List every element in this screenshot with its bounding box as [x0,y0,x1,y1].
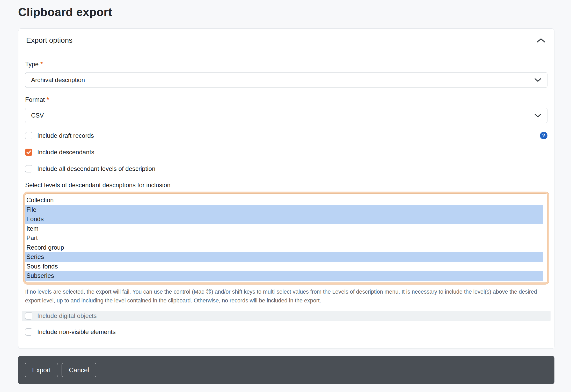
include-non-visible-checkbox[interactable] [25,328,32,336]
type-select-value: Archival description [31,76,85,84]
include-digital-objects-checkbox[interactable] [25,312,32,320]
include-descendants-checkbox[interactable] [25,149,32,156]
include-draft-records-row[interactable]: Include draft records ? [25,132,547,139]
required-asterisk: * [40,61,43,68]
panel-header: Export options [18,29,554,52]
level-option-file[interactable]: File [25,205,543,215]
include-all-levels-row[interactable]: Include all descendant levels of descrip… [25,165,547,172]
type-field-label: Type* [25,61,547,68]
type-select[interactable]: Archival description [25,72,547,88]
levels-multiselect[interactable]: Collection File Fonds Item Part Record g… [25,193,547,283]
format-field-label: Format* [25,96,547,103]
format-select[interactable]: CSV [25,108,547,123]
include-draft-records-label: Include draft records [37,132,94,139]
level-option-item[interactable]: Item [25,224,543,234]
include-all-levels-checkbox[interactable] [25,165,32,172]
chevron-down-icon [534,78,541,82]
level-option-sous-fonds[interactable]: Sous-fonds [25,262,543,271]
include-digital-objects-row[interactable]: Include digital objects [22,311,551,321]
required-asterisk: * [47,96,49,103]
include-digital-objects-label: Include digital objects [37,312,97,320]
export-button[interactable]: Export [25,363,58,377]
export-options-panel: Export options Type* Archival descriptio… [18,28,554,349]
include-all-levels-label: Include all descendant levels of descrip… [37,165,155,172]
include-descendants-label: Include descendants [37,149,94,156]
format-label-text: Format [25,96,45,103]
collapse-panel-button[interactable] [536,37,546,44]
include-draft-records-checkbox[interactable] [25,132,32,139]
chevron-down-icon [534,113,541,118]
include-descendants-row[interactable]: Include descendants [25,149,547,156]
level-option-collection[interactable]: Collection [25,195,543,205]
level-option-fonds[interactable]: Fonds [25,214,543,224]
panel-body: Type* Archival description Format* CSV [18,52,554,349]
panel-header-title: Export options [26,36,72,45]
include-non-visible-row[interactable]: Include non-visible elements [25,328,547,336]
check-icon [26,150,31,154]
levels-select-label: Select levels of descendant descriptions… [25,182,547,188]
include-non-visible-label: Include non-visible elements [37,328,116,336]
format-select-value: CSV [31,112,44,119]
cancel-button[interactable]: Cancel [62,363,96,377]
chevron-up-icon [537,38,545,43]
level-option-record-group[interactable]: Record group [25,243,543,252]
level-option-subseries[interactable]: Subseries [25,271,543,281]
page-title: Clipboard export [18,5,553,19]
actions-footer: Export Cancel [18,356,554,384]
level-option-part[interactable]: Part [25,233,543,243]
levels-help-text: If no levels are selected, the export wi… [25,287,547,305]
type-label-text: Type [25,61,39,68]
level-option-series[interactable]: Series [25,252,543,262]
help-icon[interactable]: ? [540,132,547,139]
clipboard-export-page: Clipboard export Export options Type* Ar… [0,5,571,392]
